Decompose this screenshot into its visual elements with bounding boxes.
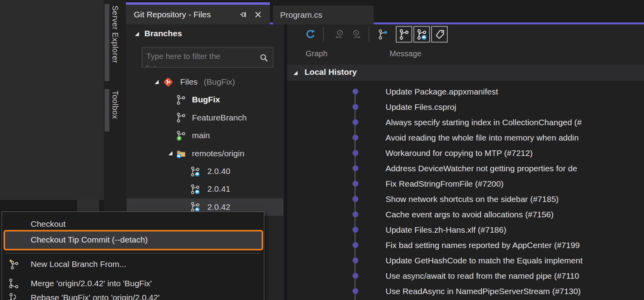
commit-message: Fix ReadStringFromFile (#7200) xyxy=(386,179,504,189)
menu-item-new-local-branch-from[interactable]: New Local Branch From... xyxy=(2,256,264,272)
tree-item-files[interactable]: Files(BugFix) xyxy=(127,73,283,91)
commit-dot-icon xyxy=(352,273,358,279)
tag-icon xyxy=(434,29,445,40)
commit-row[interactable]: Update Files.zh-Hans.xlf (#7186) xyxy=(287,222,644,237)
expand-arrow-icon xyxy=(293,70,298,76)
pane-splitter[interactable] xyxy=(284,24,287,300)
commit-row[interactable]: Address DeviceWatcher not getting proper… xyxy=(287,161,644,176)
commit-dot-icon xyxy=(352,288,358,294)
commit-row[interactable]: Avoid reading the whole file into memory… xyxy=(287,130,644,145)
tab-label: Program.cs xyxy=(280,10,322,20)
remote-branches-toggle[interactable] xyxy=(413,26,430,43)
branches-header[interactable]: Branches xyxy=(126,24,284,43)
branch-current-icon xyxy=(176,130,186,141)
menu-separator xyxy=(5,253,261,254)
commit-message: Fix bad setting names reported by AppCen… xyxy=(386,241,580,250)
tree-item-featurebranch[interactable]: FeatureBranch xyxy=(127,109,283,126)
branch-graph-remote-icon xyxy=(416,29,428,40)
branch-remote-icon xyxy=(190,202,201,212)
merge-icon xyxy=(8,278,19,289)
commit-row[interactable]: Update GetHashCode to match the Equals i… xyxy=(287,253,644,268)
side-tab-toolbox[interactable]: Toolbox xyxy=(104,89,126,131)
expand-arrow-icon xyxy=(135,31,140,37)
menu-item-label: Merge 'origin/2.0.42' into 'BugFix' xyxy=(31,279,152,288)
local-history-label: Local History xyxy=(304,67,357,77)
commit-message: Cache event args to avoid allocations (#… xyxy=(386,210,554,219)
message-column-header: Message xyxy=(389,49,421,58)
menu-item-label: Checkout xyxy=(31,219,66,229)
commit-message: Avoid reading the whole file into memory… xyxy=(386,133,579,143)
branch-filter-input[interactable]: Type here to filter the list xyxy=(142,47,273,68)
push-icon[interactable] xyxy=(352,29,363,40)
git-repo-icon xyxy=(163,77,173,87)
tree-item-label: BugFix xyxy=(192,95,220,104)
menu-item-rebase-bugfix-onto-origin-2-0-42[interactable]: Rebase 'BugFix' onto 'origin/2.0.42' xyxy=(2,290,264,300)
refresh-icon[interactable] xyxy=(305,29,316,40)
tree-item-label: FeatureBranch xyxy=(192,113,247,122)
menu-item-label: Rebase 'BugFix' onto 'origin/2.0.42' xyxy=(31,293,160,300)
tree-item-main[interactable]: main xyxy=(127,127,283,144)
commit-dot-icon xyxy=(352,257,358,263)
commit-row[interactable]: Fix ReadStringFromFile (#7200) xyxy=(287,176,644,191)
commit-dot-icon xyxy=(352,242,358,248)
tree-item-2-0-40[interactable]: 2.0.40 xyxy=(127,163,283,180)
commit-dot-icon xyxy=(352,119,358,125)
menu-item-checkout-tip-commit-detach[interactable]: Checkout Tip Commit (--detach) xyxy=(4,230,263,250)
search-icon xyxy=(259,53,269,63)
new-branch-icon[interactable] xyxy=(378,29,389,40)
branch-context-menu: Checkout Checkout Tip Commit (--detach) … xyxy=(2,211,264,300)
commit-dot-icon xyxy=(352,196,358,202)
commit-row[interactable]: Cache event args to avoid allocations (#… xyxy=(287,207,644,222)
commit-row[interactable]: Show network shortcuts on the sidebar (#… xyxy=(287,191,644,207)
commit-row[interactable]: Update Package.appxmanifest xyxy=(287,84,644,99)
fetch-icon[interactable] xyxy=(333,29,344,40)
empty-editor-area xyxy=(0,0,104,200)
commit-row[interactable]: Workaround for copying to MTP (#7212) xyxy=(287,145,644,161)
expand-arrow-icon xyxy=(154,80,159,85)
menu-item-checkout[interactable]: Checkout xyxy=(2,216,264,232)
side-tab-server-explorer[interactable]: Server Explorer xyxy=(104,4,126,81)
tree-item-label: 2.0.41 xyxy=(207,184,230,194)
commit-row[interactable]: Fix bad setting names reported by AppCen… xyxy=(287,237,644,253)
tree-item-label: 2.0.42 xyxy=(207,202,230,212)
branch-icon xyxy=(176,94,186,105)
toolbar-separator xyxy=(369,27,369,42)
local-history-section-header[interactable]: Local History xyxy=(287,65,644,81)
commit-message: Update GetHashCode to match the Equals i… xyxy=(386,256,583,265)
commit-dot-icon xyxy=(352,181,358,187)
menu-item-label: New Local Branch From... xyxy=(31,259,126,269)
close-icon[interactable] xyxy=(252,9,264,20)
tab-program-cs[interactable]: Program.cs xyxy=(273,6,374,24)
commit-dot-icon xyxy=(352,135,358,141)
commit-message: Workaround for copying to MTP (#7212) xyxy=(386,148,533,158)
branch-remote-icon xyxy=(190,166,201,177)
commit-message: Use ReadAsync in NamedPipeServerStream (… xyxy=(386,287,581,296)
tree-item-remotes-origin[interactable]: remotes/origin xyxy=(127,145,283,162)
tree-item-2-0-41[interactable]: 2.0.41 xyxy=(127,180,283,198)
commit-message: Address DeviceWatcher not getting proper… xyxy=(386,164,577,173)
tags-toggle[interactable] xyxy=(431,26,448,43)
tree-item-label: 2.0.40 xyxy=(207,167,230,176)
commit-history-panel: Graph Message Local History Update Packa… xyxy=(287,24,644,300)
menu-item-merge-origin-2-0-42-into-bugfix[interactable]: Merge 'origin/2.0.42' into 'BugFix' xyxy=(2,276,264,291)
pin-icon[interactable] xyxy=(237,9,249,20)
expand-arrow-icon xyxy=(168,151,173,156)
commit-message: Update Files.zh-Hans.xlf (#7186) xyxy=(386,225,506,235)
tab-git-repository-files[interactable]: Git Repository - Files xyxy=(126,2,270,24)
commit-row[interactable]: Always specify starting index in Collect… xyxy=(287,115,644,130)
branch-graph-icon xyxy=(399,29,410,40)
commit-row[interactable]: Update Files.csproj xyxy=(287,99,644,115)
side-tab-bar xyxy=(105,89,109,131)
tree-item-bugfix[interactable]: BugFix xyxy=(127,91,283,108)
side-tab-label: Server Explorer xyxy=(111,6,120,63)
commit-message: Show network shortcuts on the sidebar (#… xyxy=(386,194,559,204)
branches-header-label: Branches xyxy=(144,29,182,38)
graph-column-header: Graph xyxy=(306,49,328,58)
local-branches-toggle[interactable] xyxy=(396,26,412,43)
horizontal-scrollbar-thumb[interactable] xyxy=(77,200,99,211)
commit-message: Use async/await to read from the named p… xyxy=(386,271,579,281)
commit-row[interactable]: Use ReadAsync in NamedPipeServerStream (… xyxy=(287,283,644,299)
commit-message: Always specify starting index in Collect… xyxy=(386,118,581,127)
filter-placeholder: Type here to filter the list xyxy=(146,50,220,68)
commit-row[interactable]: Use async/await to read from the named p… xyxy=(287,268,644,283)
